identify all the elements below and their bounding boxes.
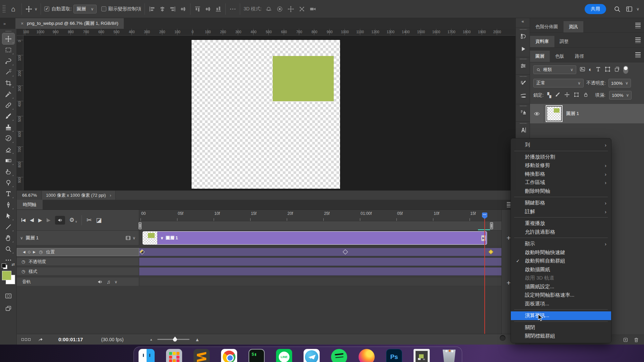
- clone-stamp-tool[interactable]: [2, 122, 14, 133]
- pen-tool[interactable]: [2, 199, 14, 210]
- vertical-ruler[interactable]: 0100200300400500600700800900: [17, 36, 23, 190]
- play-button[interactable]: ▶: [38, 217, 42, 223]
- export-arrow-icon[interactable]: [37, 336, 44, 343]
- clip-end-handle[interactable]: ▶: [481, 235, 486, 241]
- timeline-settings-button[interactable]: ⚙∨: [69, 217, 77, 224]
- history-panel[interactable]: [516, 27, 530, 43]
- zoom-out-timeline-icon[interactable]: ▲: [150, 338, 153, 341]
- stopwatch-icon[interactable]: ◷: [21, 269, 25, 274]
- slider-thumb[interactable]: [173, 337, 177, 342]
- frame-view-icon[interactable]: [21, 338, 31, 341]
- default-colors-icon[interactable]: [2, 263, 6, 268]
- keyframe-diamond[interactable]: [343, 249, 348, 255]
- sublime-text[interactable]: [194, 349, 210, 362]
- menu-item[interactable]: 設定時間軸影格速率...: [511, 291, 611, 300]
- filter-shape-layers-icon[interactable]: [604, 66, 611, 74]
- keyframe-diamond[interactable]: [140, 249, 145, 255]
- playhead[interactable]: •••: [482, 213, 487, 219]
- keyframe-diamond[interactable]: [488, 249, 494, 255]
- 3d-orbit-icon[interactable]: [265, 5, 272, 13]
- align-left-icon[interactable]: [148, 5, 156, 13]
- speaker-icon[interactable]: [97, 279, 103, 285]
- finder[interactable]: [139, 349, 155, 362]
- actions-panel[interactable]: [516, 43, 530, 55]
- mute-audio-button[interactable]: [55, 216, 65, 225]
- align-middle-icon[interactable]: [204, 5, 212, 13]
- audio-track[interactable]: [139, 278, 501, 286]
- menu-item[interactable]: 演算視訊...: [511, 311, 611, 320]
- playhead-handle[interactable]: •••: [482, 213, 487, 219]
- timeline-zoom-slider[interactable]: [157, 339, 190, 340]
- marquee-tool[interactable]: [2, 44, 14, 55]
- chevron-down-icon[interactable]: ∨: [636, 7, 639, 11]
- workspace-switcher-icon[interactable]: [626, 5, 633, 13]
- panel-menu-icon[interactable]: [635, 23, 641, 28]
- menu-item[interactable]: 關閉標籤群組: [511, 332, 611, 341]
- align-right-icon[interactable]: [169, 5, 176, 13]
- menu-item[interactable]: 描圖紙設定...: [511, 283, 611, 291]
- layer-thumbnail[interactable]: [547, 106, 561, 121]
- menu-item[interactable]: 啟動描圖紙: [511, 265, 611, 274]
- healing-brush-tool[interactable]: [2, 100, 14, 111]
- work-area-start-handle[interactable]: [139, 222, 142, 229]
- timeline-property-row[interactable]: ◀◇▶ ◷ 樣式: [17, 267, 501, 276]
- property-track[interactable]: [139, 258, 501, 266]
- next-frame-button[interactable]: ▶: [47, 218, 51, 223]
- video-group-track[interactable]: ∨ 圖層 1 ▶: [139, 231, 501, 245]
- swap-colors-icon[interactable]: ⇄: [11, 262, 15, 267]
- panel-tab[interactable]: 資訊: [564, 21, 583, 33]
- layer-visibility-toggle[interactable]: [530, 104, 544, 123]
- 3d-pan-icon[interactable]: [287, 5, 294, 13]
- 3d-slide-icon[interactable]: [297, 4, 307, 14]
- menu-item[interactable]: 面板選項...: [511, 300, 611, 308]
- filmstrip-icon[interactable]: [125, 235, 131, 241]
- document-tab[interactable]: × png_to_webp.psd @ 66.7% (圖層 1, RGB/8#): [15, 18, 124, 29]
- menu-item[interactable]: 允許跳過影格: [511, 228, 611, 237]
- history-brush-tool[interactable]: [2, 133, 14, 144]
- share-button[interactable]: 共用: [585, 4, 606, 14]
- menu-item[interactable]: 啟用 3D 軌道: [511, 274, 611, 283]
- move-tool[interactable]: [2, 33, 14, 44]
- collapse-chevron-icon[interactable]: ∨: [20, 236, 23, 240]
- delete-layer-icon[interactable]: [633, 337, 639, 343]
- music-note-icon[interactable]: ♫: [107, 279, 110, 285]
- property-track[interactable]: [139, 267, 501, 276]
- close-icon[interactable]: ×: [21, 21, 23, 26]
- current-tool-indicator[interactable]: ∨: [25, 5, 38, 13]
- ruler-corner[interactable]: [17, 29, 23, 36]
- split-at-playhead-button[interactable]: ✂: [86, 216, 92, 224]
- zoom-in-timeline-icon[interactable]: ▲: [195, 337, 200, 342]
- menu-item[interactable]: 啟動剪輯自動群組: [511, 257, 611, 265]
- dodge-tool[interactable]: [2, 177, 14, 188]
- zoom-level-field[interactable]: 66.67%: [17, 193, 42, 198]
- lasso-tool[interactable]: [2, 55, 14, 66]
- firefox[interactable]: [359, 349, 375, 362]
- panel-resize-knob[interactable]: [500, 335, 505, 341]
- menu-item[interactable]: 刪除時間軸: [511, 187, 611, 196]
- filter-adjustment-layers-icon[interactable]: ◐: [589, 66, 592, 73]
- properties-panel[interactable]: [516, 57, 530, 72]
- lock-pixels-icon[interactable]: [555, 92, 560, 99]
- horizontal-ruler[interactable]: 1100100090080070060050040030020010001002…: [23, 29, 516, 36]
- expand-panels-icon[interactable]: «: [516, 18, 530, 25]
- foreground-color-swatch[interactable]: [2, 271, 11, 280]
- line-tool[interactable]: [2, 221, 14, 232]
- photoshop[interactable]: [386, 349, 402, 362]
- brush-tool[interactable]: [2, 111, 14, 122]
- work-area-end-handle[interactable]: [490, 222, 493, 229]
- opacity-value-dropdown[interactable]: 100% ∨: [608, 79, 631, 87]
- panel-menu-icon[interactable]: [635, 38, 641, 43]
- tab-overflow-icon[interactable]: »: [0, 18, 15, 29]
- eyedropper-tool[interactable]: [2, 88, 14, 100]
- clone-source-panel[interactable]: [516, 104, 530, 119]
- spotify[interactable]: [331, 349, 347, 362]
- align-top-icon[interactable]: [194, 5, 201, 13]
- document-canvas[interactable]: [192, 40, 340, 189]
- menu-item[interactable]: 啟動時間軸快速鍵: [511, 248, 611, 257]
- auto-select-checkbox[interactable]: ✓: [44, 6, 49, 11]
- filter-type-layers-icon[interactable]: [595, 66, 601, 74]
- timeline-property-row[interactable]: ◀◇▶ ◷ 不透明度: [17, 258, 501, 266]
- lock-all-icon[interactable]: [583, 92, 589, 99]
- stopwatch-icon[interactable]: ◷: [21, 259, 25, 264]
- launchpad[interactable]: [166, 349, 182, 362]
